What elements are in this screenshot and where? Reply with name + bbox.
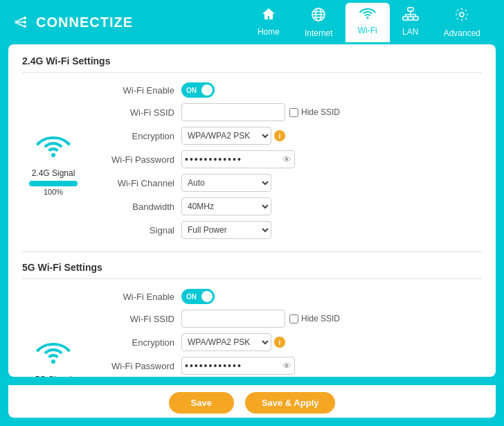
section-24g-content: 2.4G Signal 100% Wi-Fi Enable ON Wi-Fi S…	[22, 82, 482, 239]
password-dots-5g: ••••••••••••	[185, 360, 280, 371]
signal-field-value-24g: Full Power High Medium Low	[181, 221, 271, 239]
svg-rect-16	[413, 17, 418, 20]
encryption-label-5g: Encryption	[98, 337, 174, 348]
nav-item-internet[interactable]: Internet	[292, 3, 345, 42]
channel-select-24g[interactable]: Auto 123 611	[181, 174, 271, 192]
password-label-5g: Wi-Fi Password	[98, 361, 174, 371]
header: CONNECTIZE Home Internet	[0, 0, 504, 44]
wifi-enable-row-5g: Wi-Fi Enable ON	[98, 289, 482, 304]
wifi-enable-label-5g: Wi-Fi Enable	[98, 292, 174, 302]
password-label-24g: Wi-Fi Password	[98, 154, 174, 165]
signal-box-5g: 5G Signal 100%	[22, 289, 84, 377]
ssid-input-24g[interactable]	[181, 103, 285, 121]
ssid-label-5g: Wi-Fi SSID	[98, 314, 174, 324]
password-row-5g: Wi-Fi Password •••••••••••• 👁	[98, 357, 482, 375]
encryption-value-24g: WPA/WPA2 PSK WPA2 PSK WPA PSK WEP None i	[181, 127, 285, 145]
svg-line-2	[18, 18, 24, 21]
section-5g-title: 5G Wi-Fi Settings	[22, 262, 482, 279]
channel-row-24g: Wi-Fi Channel Auto 123 611	[98, 174, 482, 192]
wifi-enable-toggle-24g[interactable]: ON	[181, 82, 215, 98]
signal-box-24g: 2.4G Signal 100%	[22, 82, 84, 239]
nav-lan-label: LAN	[402, 27, 418, 37]
logo: CONNECTIZE	[11, 12, 133, 32]
internet-icon	[311, 7, 326, 26]
encryption-row-24g: Encryption WPA/WPA2 PSK WPA2 PSK WPA PSK…	[98, 127, 482, 145]
bandwidth-row-24g: Bandwidth 20MHz 40MHz	[98, 197, 482, 215]
ssid-value-24g: Hide SSID	[181, 103, 340, 121]
password-wrap-24g[interactable]: •••••••••••• 👁	[181, 150, 295, 168]
nav-item-home[interactable]: Home	[245, 3, 292, 42]
signal-bar-24g	[29, 181, 78, 186]
hide-ssid-label-24g[interactable]: Hide SSID	[289, 107, 340, 117]
hide-ssid-checkbox-24g[interactable]	[289, 108, 298, 117]
nav-wifi-label: Wi-Fi	[358, 26, 377, 35]
bandwidth-select-24g[interactable]: 20MHz 40MHz	[181, 197, 271, 215]
bandwidth-label-24g: Bandwidth	[98, 202, 174, 212]
nav-item-advanced[interactable]: Advanced	[431, 3, 493, 42]
save-button[interactable]: Save	[169, 392, 234, 414]
svg-point-1	[16, 21, 18, 24]
signal-label-24g: 2.4G Signal	[32, 168, 75, 178]
encryption-select-24g[interactable]: WPA/WPA2 PSK WPA2 PSK WPA PSK WEP None	[181, 127, 271, 145]
hide-ssid-label-5g[interactable]: Hide SSID	[289, 314, 340, 323]
nav-item-lan[interactable]: LAN	[390, 3, 431, 42]
nav-home-label: Home	[258, 27, 280, 37]
svg-rect-13	[408, 8, 413, 11]
wifi-enable-toggle-5g[interactable]: ON	[181, 289, 215, 304]
svg-rect-14	[403, 17, 408, 20]
password-row-24g: Wi-Fi Password •••••••••••• 👁	[98, 150, 482, 168]
encryption-label-24g: Encryption	[98, 131, 174, 141]
ssid-label-24g: Wi-Fi SSID	[98, 107, 174, 118]
password-wrap-5g[interactable]: •••••••••••• 👁	[181, 357, 295, 375]
toggle-text-5g: ON	[186, 293, 197, 301]
section-24g-title: 2.4G Wi-Fi Settings	[22, 55, 482, 73]
hide-ssid-checkbox-5g[interactable]	[289, 314, 298, 323]
section-5g-content: 5G Signal 100% Wi-Fi Enable ON Wi-Fi SSI…	[22, 289, 482, 377]
toggle-knob-24g	[201, 85, 213, 96]
ssid-input-5g[interactable]	[181, 310, 285, 328]
encryption-value-5g: WPA/WPA2 PSK WPA2 PSK WPA PSK WEP None i	[181, 333, 285, 351]
wifi-enable-value-5g: ON	[181, 289, 215, 304]
ssid-row-24g: Wi-Fi SSID Hide SSID	[98, 103, 482, 121]
encryption-row-5g: Encryption WPA/WPA2 PSK WPA2 PSK WPA PSK…	[98, 333, 482, 351]
svg-point-6	[24, 21, 26, 24]
signal-wifi-icon-5g	[35, 337, 71, 372]
encryption-info-icon-5g[interactable]: i	[274, 337, 285, 348]
toggle-knob-5g	[201, 291, 213, 302]
signal-pct-24g: 100%	[44, 188, 63, 196]
logo-text: CONNECTIZE	[36, 15, 133, 30]
wifi-enable-label-24g: Wi-Fi Enable	[98, 85, 174, 96]
bandwidth-value-24g: 20MHz 40MHz	[181, 197, 271, 215]
svg-point-5	[24, 17, 26, 19]
main-content: 2.4G Wi-Fi Settings 2.4G Signal 100% Wi-…	[8, 44, 496, 377]
toggle-text-24g: ON	[186, 87, 197, 94]
save-apply-button[interactable]: Save & Apply	[245, 392, 336, 414]
signal-label-5g: 5G Signal	[35, 375, 72, 377]
encryption-info-icon-24g[interactable]: i	[274, 130, 285, 141]
eye-icon-24g[interactable]: 👁	[282, 154, 291, 165]
signal-select-24g[interactable]: Full Power High Medium Low	[181, 221, 271, 239]
section-divider	[22, 251, 482, 252]
bottom-bar: Save Save & Apply	[8, 385, 496, 418]
channel-label-24g: Wi-Fi Channel	[98, 178, 174, 188]
form-fields-24g: Wi-Fi Enable ON Wi-Fi SSID Hide SSID	[98, 82, 482, 239]
nav-internet-label: Internet	[305, 28, 333, 38]
wifi-icon	[359, 7, 376, 23]
wifi-enable-value-24g: ON	[181, 82, 215, 98]
nav: Home Internet Wi-Fi	[245, 3, 493, 42]
nav-item-wifi[interactable]: Wi-Fi	[345, 3, 390, 42]
home-icon	[261, 7, 276, 24]
eye-icon-5g[interactable]: 👁	[282, 361, 291, 371]
signal-field-label-24g: Signal	[98, 225, 174, 236]
password-dots-24g: ••••••••••••	[185, 154, 280, 165]
wifi-enable-row-24g: Wi-Fi Enable ON	[98, 82, 482, 98]
logo-icon	[11, 12, 30, 32]
form-fields-5g: Wi-Fi Enable ON Wi-Fi SSID Hide SSID	[98, 289, 482, 377]
signal-field-row-24g: Signal Full Power High Medium Low	[98, 221, 482, 239]
encryption-select-5g[interactable]: WPA/WPA2 PSK WPA2 PSK WPA PSK WEP None	[181, 333, 271, 351]
svg-line-4	[18, 24, 24, 26]
advanced-icon	[454, 7, 469, 26]
lan-icon	[402, 7, 419, 24]
svg-point-7	[24, 25, 26, 28]
signal-wifi-icon-24g	[35, 131, 71, 166]
